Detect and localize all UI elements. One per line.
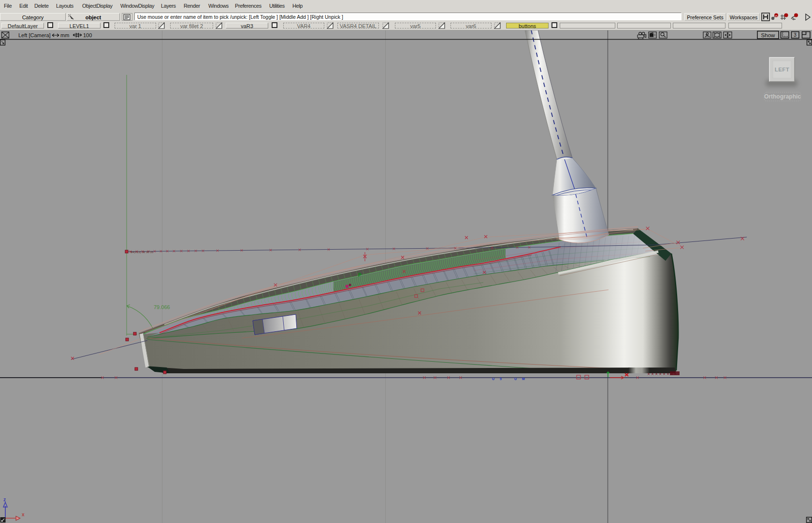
svg-text:LEFT: LEFT (775, 67, 790, 72)
svg-text:x: x (22, 512, 25, 517)
svg-text:U: U (492, 377, 494, 381)
svg-text:z: z (3, 496, 6, 502)
svg-text:Left [Camera]: Left [Camera] (18, 32, 51, 38)
svg-text:5: 5 (500, 377, 502, 381)
svg-text:mm: mm (60, 32, 69, 38)
svg-text:P: P (358, 272, 362, 278)
svg-text:U: U (514, 377, 517, 381)
svg-text:M: M (522, 377, 525, 381)
svg-text:Show: Show (761, 32, 775, 38)
svg-text:B4(X13) 36 36 36: B4(X13) 36 36 36 (130, 251, 154, 254)
svg-text:3: 3 (794, 32, 797, 38)
svg-text:Orthographic: Orthographic (764, 93, 801, 100)
svg-text:79.066: 79.066 (154, 304, 170, 310)
svg-text:100: 100 (83, 32, 92, 38)
